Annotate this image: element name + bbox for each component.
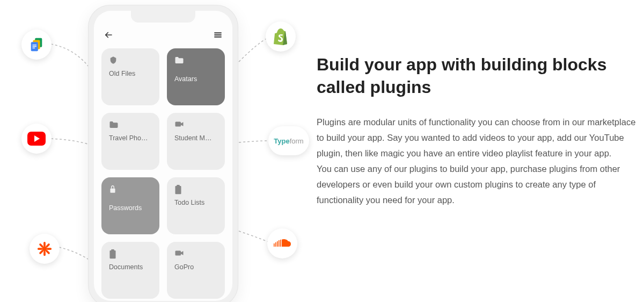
svg-point-29: [42, 247, 47, 251]
hamburger-menu-icon[interactable]: [213, 30, 223, 40]
card-gopro[interactable]: GoPro: [167, 242, 225, 299]
card-documents[interactable]: Documents: [101, 242, 159, 299]
card-passwords[interactable]: Passwords: [101, 177, 159, 234]
shield-icon: [109, 56, 119, 66]
svg-rect-31: [275, 242, 276, 247]
svg-rect-34: [280, 240, 281, 247]
illustration-column: Old Files Avatars Travel Pho…: [0, 0, 317, 302]
card-student-m[interactable]: Student M…: [167, 113, 225, 170]
typeform-icon: Typeform: [268, 126, 309, 155]
svg-rect-10: [111, 249, 114, 251]
svg-rect-17: [33, 46, 37, 47]
folder-icon: [174, 56, 184, 66]
svg-rect-18: [33, 48, 35, 48]
svg-rect-6: [110, 189, 115, 193]
typeform-label-part2: form: [290, 137, 304, 145]
google-docs-icon: [21, 30, 52, 60]
card-label: Todo Lists: [174, 199, 217, 206]
card-todo-lists[interactable]: Todo Lists: [167, 177, 225, 234]
svg-rect-4: [175, 122, 181, 127]
svg-rect-16: [33, 45, 37, 45]
svg-marker-12: [181, 251, 184, 255]
card-label: Old Files: [109, 70, 152, 77]
back-arrow-icon[interactable]: [104, 30, 113, 40]
svg-rect-24: [47, 248, 52, 250]
zapier-icon: [30, 234, 60, 264]
svg-rect-30: [274, 243, 275, 247]
card-travel-photos[interactable]: Travel Pho…: [101, 113, 159, 170]
soundcloud-icon: [267, 228, 297, 258]
hero-paragraph: Plugins are modular units of functionali…: [317, 114, 639, 207]
svg-rect-8: [177, 185, 180, 186]
svg-rect-7: [175, 186, 181, 194]
youtube-icon: [21, 124, 52, 154]
card-old-files[interactable]: Old Files: [101, 48, 159, 105]
text-column: Build your app with building blocks call…: [317, 0, 644, 302]
svg-rect-33: [279, 240, 280, 247]
svg-marker-5: [181, 122, 184, 126]
app-bar: [94, 27, 232, 43]
shopify-icon: [266, 21, 296, 52]
svg-rect-23: [38, 248, 42, 250]
svg-rect-32: [277, 241, 278, 247]
lock-icon: [109, 185, 119, 195]
svg-rect-11: [175, 251, 181, 256]
clipboard-icon: [174, 185, 184, 195]
clipboard-icon: [109, 249, 119, 259]
typeform-label-part1: Type: [274, 137, 289, 145]
folder-icon: [109, 120, 119, 130]
video-icon: [174, 120, 184, 130]
phone-notch: [131, 11, 195, 23]
card-label: Passwords: [109, 204, 152, 212]
video-icon: [174, 249, 184, 259]
phone-mockup: Old Files Avatars Travel Pho…: [89, 5, 238, 302]
hero-heading: Build your app with building blocks call…: [317, 54, 639, 98]
card-label: Travel Pho…: [109, 134, 152, 142]
card-grid: Old Files Avatars Travel Pho…: [94, 43, 232, 301]
svg-rect-9: [109, 250, 115, 258]
svg-rect-21: [43, 242, 46, 247]
card-avatars[interactable]: Avatars: [167, 48, 225, 105]
svg-rect-22: [43, 251, 46, 256]
card-label: Student M…: [174, 134, 217, 142]
card-label: Documents: [109, 263, 152, 271]
card-label: GoPro: [174, 263, 217, 271]
card-label: Avatars: [174, 75, 217, 83]
